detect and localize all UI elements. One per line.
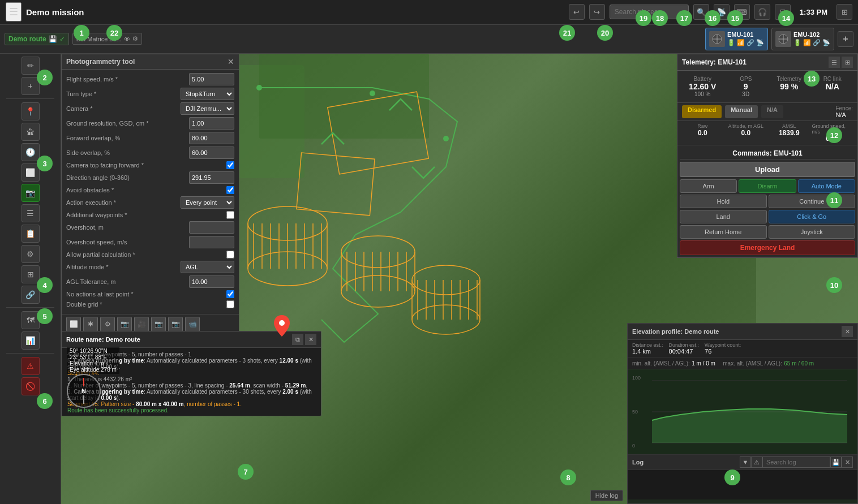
elev-close-btn[interactable]: ✕ [842,326,853,337]
drone-tab-emu101[interactable]: EMU-101 🔋 📶 🔗 📡 [705,28,768,50]
action-execution-select[interactable]: Every point [181,196,234,209]
layer-btn[interactable]: 🗺 [22,311,40,329]
grid-button[interactable]: ⊞ [836,4,852,20]
photo-tool-3[interactable]: ⚙ [100,317,115,331]
overshoot-input[interactable] [189,221,234,234]
hide-log-button[interactable]: Hide log [590,490,623,501]
photo-panel-close[interactable]: ✕ [228,57,234,66]
location-btn[interactable]: 📍 [22,102,40,120]
link2-btn[interactable]: 🔗 [22,286,40,304]
click-go-button[interactable]: Click & Go [769,210,856,223]
return-home-button[interactable]: Return Home [680,225,767,239]
keyboard-button[interactable]: ⌨ [734,4,750,20]
disarm-button[interactable]: Disarm [739,179,796,193]
camera-select[interactable]: DJI Zenmu... [181,102,234,115]
telem-list-btn[interactable]: ☰ [829,57,840,68]
duration-value: 00:04:47 [669,348,700,355]
menu-button[interactable]: ☰ [6,2,22,21]
danger-btn2[interactable]: 🚫 [22,377,40,395]
continue-button[interactable]: Continue [769,195,856,208]
telem-title: Telemetry: EMU-101 [682,58,747,66]
field-no-actions: No actions at last point * [66,290,234,298]
waypoint-list-btn[interactable]: 📋 [22,225,40,243]
photo-tool-6[interactable]: 📷 [151,317,166,331]
drone-tab-101-info: EMU-101 🔋 📶 🔗 📡 [727,31,764,46]
link-icon: 🔗 [747,39,754,46]
danger-btn1[interactable]: ⚠ [22,357,40,375]
photo-tool-7[interactable]: 📷 [168,317,183,331]
telem-expand-btn[interactable]: ⊞ [842,57,853,68]
log-save-btn[interactable]: 💾 [830,456,842,468]
flight-speed-input[interactable] [189,73,234,85]
gsd-input[interactable] [189,117,234,130]
direction-input[interactable] [189,171,234,184]
photo-tool-1[interactable]: ⬜ [66,317,81,331]
table-btn[interactable]: 📊 [22,331,40,350]
display-button[interactable]: 🖥 [775,4,791,20]
log-search-input[interactable] [762,456,830,468]
route-panel-close-btn[interactable]: ✕ [305,334,316,345]
auto-mode-button[interactable]: Auto Mode [798,179,855,193]
double-grid-checkbox[interactable] [226,300,234,308]
fence-info: Fence: N/A [835,105,853,118]
alt-mode-select[interactable]: AGL [181,261,234,273]
upload-button[interactable]: Upload [680,162,855,177]
log-filter-btn[interactable]: ▼ [740,456,751,468]
coord-lon: 23° 53'11.88"E [70,354,117,360]
status-na[interactable]: N/A [761,105,783,118]
redo-button[interactable]: ↪ [589,4,605,20]
no-actions-checkbox[interactable] [226,290,234,298]
photo-btn[interactable]: 📷 [22,184,40,202]
photo-tool-4[interactable]: 📷 [117,317,132,331]
route-btn[interactable]: 🛣 [22,123,40,141]
drone-101-name: EMU-101 [727,31,764,38]
search-input[interactable] [610,5,689,19]
field-gsd: Ground resolution, GSD, cm * [66,117,234,130]
topbar-row2: Demo route 💾 ✓ DJI Matrice 30... 👁 ⚙ EMU… [0,25,858,53]
status-manual[interactable]: Manual [725,105,758,118]
log-close-btn[interactable]: ✕ [842,456,853,468]
compass-circle: N [67,374,101,408]
land-button[interactable]: Land [680,210,767,223]
overshoot-speed-input[interactable] [189,236,234,248]
field-alt-mode: Altitude mode * AGL [66,261,234,273]
fence-label: Fence: [835,105,853,111]
avoid-obstacles-checkbox[interactable] [226,186,234,194]
add-waypoint-btn[interactable]: + [22,77,40,95]
side-overlap-input[interactable] [189,147,234,159]
forward-overlap-input[interactable] [189,132,234,144]
joystick-button[interactable]: Joystick [769,225,856,239]
hold-button[interactable]: Hold [680,195,767,208]
square-btn[interactable]: ⬜ [22,163,40,182]
wifi-button[interactable]: 📡 [714,4,730,20]
emergency-land-button[interactable]: Emergency Land [680,240,855,255]
clock-btn[interactable]: 🕐 [22,143,40,161]
photo-tool-8[interactable]: 📹 [185,317,200,331]
agl-tolerance-input[interactable] [189,275,234,288]
alt-raw: Raw 0.0 [682,123,723,143]
grid2-btn[interactable]: ⊞ [22,265,40,283]
drone-tab-emu102[interactable]: EMU-102 🔋 📶 🔗 📡 [771,28,834,50]
add-drone-button[interactable]: + [838,31,853,47]
edit-route-btn[interactable]: ✏ [22,57,40,75]
status-disarmed[interactable]: Disarmed [682,105,722,118]
turn-type-select[interactable]: Stop&Turn [181,88,234,100]
partial-checkbox[interactable] [226,251,234,259]
headset-button[interactable]: 🎧 [754,4,770,20]
log-warn-btn[interactable]: ⚠ [751,456,762,468]
search-button[interactable]: 🔍 [693,4,709,20]
settings2-btn[interactable]: ⚙ [22,245,40,263]
y-100: 100 [632,375,641,381]
max-alt-label: max. alt. (AMSL / AGL): [723,360,782,367]
arm-button[interactable]: Arm [680,179,737,193]
coords-overlay: 50° 10'26.90"N 23° 53'11.88"E Elevation … [67,347,119,374]
camera-facing-checkbox[interactable] [226,161,234,169]
list-btn[interactable]: ☰ [22,204,40,222]
undo-button[interactable]: ↩ [569,4,585,20]
photo-tool-2[interactable]: ✱ [83,317,98,331]
route-panel-copy-btn[interactable]: ⧉ [292,334,303,345]
photo-tool-5[interactable]: 🎥 [134,317,149,331]
add-waypoints-checkbox[interactable] [226,211,234,219]
compass-needle-south [83,395,84,404]
sidebar-divider-1 [6,98,55,99]
